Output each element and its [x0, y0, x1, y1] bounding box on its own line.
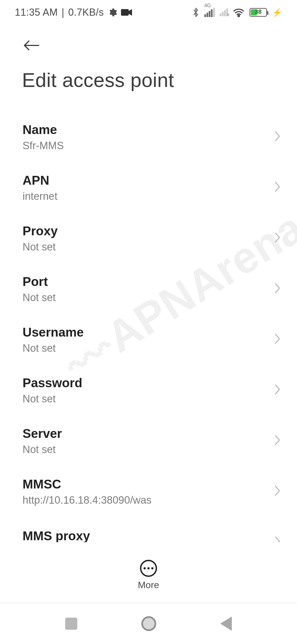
setting-value: http://10.16.18.4:38090/was [23, 494, 267, 506]
cellular-nosim-icon: ✕ [220, 9, 228, 16]
nav-home-button[interactable] [141, 616, 156, 631]
nav-recents-button[interactable] [65, 618, 77, 630]
setting-label: Password [23, 375, 267, 390]
chevron-right-icon [274, 333, 281, 346]
setting-row-mmsproxy[interactable]: MMS proxy 10.16.18.77 [0, 517, 297, 542]
status-time: 11:35 AM [15, 7, 58, 18]
setting-label: MMS proxy [23, 528, 267, 542]
setting-label: Name [23, 122, 267, 137]
status-rate: 0.7KB/s [68, 7, 104, 18]
nav-back-button[interactable] [220, 616, 232, 631]
more-menu[interactable]: More [0, 560, 297, 590]
gear-icon [108, 8, 117, 17]
svg-point-1 [238, 15, 239, 17]
page-title: Edit access point [22, 69, 174, 91]
setting-row-username[interactable]: Username Not set [0, 314, 297, 365]
settings-list: Name Sfr-MMS APN internet Proxy Not set … [0, 111, 297, 542]
charging-icon: ⚡ [272, 8, 282, 17]
setting-value: Not set [23, 342, 267, 354]
battery-percent: 38 [250, 8, 266, 15]
setting-value: Sfr-MMS [23, 140, 267, 152]
setting-row-password[interactable]: Password Not set [0, 365, 297, 415]
status-sep: | [62, 7, 64, 18]
svg-rect-0 [121, 9, 129, 16]
status-right: 4G ✕ 38 ⚡ [192, 7, 282, 18]
back-button[interactable] [19, 33, 44, 58]
status-left: 11:35 AM | 0.7KB/s [15, 7, 132, 18]
setting-value: Not set [23, 241, 267, 253]
setting-row-server[interactable]: Server Not set [0, 415, 297, 466]
setting-label: Server [23, 426, 267, 441]
arrow-left-icon [23, 39, 40, 51]
more-icon [140, 560, 157, 577]
chevron-right-icon [274, 535, 281, 542]
status-bar: 11:35 AM | 0.7KB/s 4G ✕ [0, 0, 297, 25]
setting-label: Proxy [23, 223, 267, 238]
setting-value: internet [23, 190, 267, 202]
chevron-right-icon [274, 282, 281, 295]
bluetooth-icon [192, 7, 199, 18]
cellular-4g-icon: 4G [204, 8, 215, 17]
chevron-right-icon [274, 485, 281, 498]
chevron-right-icon [274, 231, 281, 245]
setting-label: APN [23, 173, 267, 188]
setting-value: Not set [23, 292, 267, 304]
wifi-icon [233, 8, 244, 17]
setting-label: Port [23, 274, 267, 289]
system-navbar [0, 603, 297, 644]
chevron-right-icon [274, 130, 281, 143]
setting-label: MMSC [23, 477, 267, 492]
setting-row-mmsc[interactable]: MMSC http://10.16.18.4:38090/was [0, 466, 297, 517]
chevron-right-icon [274, 383, 281, 397]
setting-value: Not set [23, 393, 267, 405]
chevron-right-icon [274, 434, 281, 447]
setting-row-proxy[interactable]: Proxy Not set [0, 213, 297, 263]
battery-icon: 38 [249, 8, 267, 17]
camera-icon [121, 9, 132, 16]
chevron-right-icon [274, 181, 281, 194]
setting-label: Username [23, 325, 267, 340]
cellular-4g-label: 4G [204, 3, 211, 9]
setting-row-name[interactable]: Name Sfr-MMS [0, 111, 297, 162]
setting-value: Not set [23, 444, 267, 455]
setting-row-apn[interactable]: APN internet [0, 162, 297, 213]
setting-row-port[interactable]: Port Not set [0, 263, 297, 314]
more-label: More [138, 580, 159, 590]
